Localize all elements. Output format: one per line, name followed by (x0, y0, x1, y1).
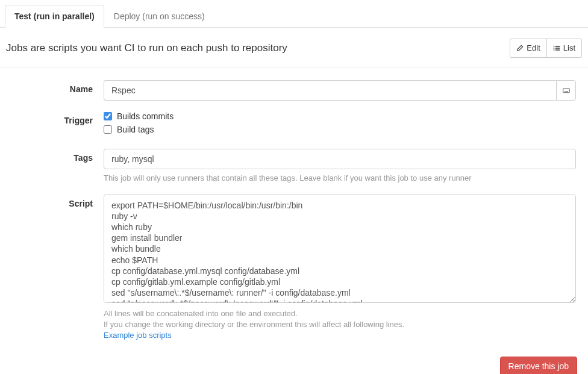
trigger-commits-label: Builds commits (117, 111, 174, 121)
trigger-tags-option[interactable]: Build tags (104, 125, 576, 134)
trigger-tags-checkbox[interactable] (104, 125, 112, 134)
tabs-bar: Test (run in parallel) Deploy (run on su… (0, 5, 588, 28)
script-help: All lines will be concatenated into one … (104, 308, 576, 341)
list-button-label: List (563, 42, 575, 54)
svg-rect-6 (563, 89, 569, 93)
list-button[interactable]: List (546, 39, 582, 58)
tags-help: This job will only use runners that cont… (104, 173, 576, 184)
remove-job-button[interactable]: Remove this job (500, 357, 577, 374)
edit-button[interactable]: Edit (510, 39, 546, 58)
name-label: Name (6, 80, 104, 101)
trigger-tags-label: Build tags (117, 125, 154, 134)
svg-rect-2 (554, 48, 555, 49)
svg-rect-0 (554, 46, 555, 47)
example-scripts-link[interactable]: Example job scripts (104, 331, 172, 340)
header-row: Jobs are scripts you want CI to run on e… (0, 28, 588, 68)
keyboard-icon (563, 87, 570, 94)
list-icon (553, 45, 560, 52)
svg-rect-1 (555, 46, 560, 47)
script-help-line1: All lines will be concatenated into one … (104, 309, 298, 318)
trigger-commits-option[interactable]: Builds commits (104, 111, 576, 121)
tab-deploy[interactable]: Deploy (run on success) (104, 5, 214, 28)
trigger-label: Trigger (6, 111, 104, 138)
tags-input[interactable] (104, 149, 576, 169)
footer: Remove this job (0, 351, 588, 374)
script-help-line2: If you change the working directory or t… (104, 320, 404, 329)
script-textarea[interactable] (104, 195, 576, 303)
tags-label: Tags (6, 149, 104, 184)
script-row: Script All lines will be concatenated in… (6, 195, 582, 341)
name-input-addon[interactable] (556, 80, 576, 101)
svg-rect-4 (554, 49, 555, 51)
header-buttons: Edit List (510, 39, 582, 58)
svg-rect-5 (555, 49, 560, 51)
trigger-row: Trigger Builds commits Build tags (6, 111, 582, 138)
tags-row: Tags This job will only use runners that… (6, 149, 582, 184)
script-label: Script (6, 195, 104, 341)
name-row: Name (6, 80, 582, 101)
trigger-commits-checkbox[interactable] (104, 112, 112, 120)
svg-rect-3 (555, 48, 560, 49)
name-input[interactable] (104, 80, 556, 101)
tab-test[interactable]: Test (run in parallel) (5, 5, 104, 28)
edit-button-label: Edit (527, 42, 540, 54)
job-form: Name Trigger Builds commits Build tags T… (0, 68, 588, 351)
page-description: Jobs are scripts you want CI to run on e… (6, 42, 287, 54)
pencil-icon (516, 45, 524, 52)
